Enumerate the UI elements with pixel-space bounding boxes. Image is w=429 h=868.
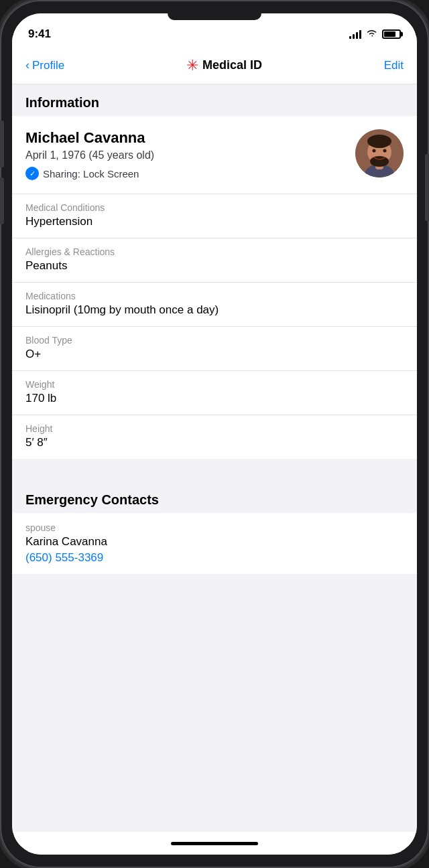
phone-frame: 9:41 bbox=[0, 0, 429, 868]
information-header-text: Information bbox=[25, 95, 99, 110]
medications-value: Lisinopril (10mg by mouth once a day) bbox=[25, 303, 404, 317]
avatar bbox=[355, 129, 404, 177]
nav-title-text: Medical ID bbox=[202, 58, 262, 72]
svg-point-7 bbox=[373, 149, 376, 153]
volume-up-button[interactable] bbox=[0, 121, 4, 167]
emergency-contact-row: spouse Karina Cavanna (650) 555-3369 bbox=[12, 513, 417, 574]
chevron-left-icon: ‹ bbox=[25, 58, 29, 72]
emergency-contacts-header: Emergency Contacts bbox=[12, 483, 417, 513]
weight-row: Weight 170 lb bbox=[12, 371, 417, 415]
edit-button[interactable]: Edit bbox=[384, 59, 404, 72]
nav-bar: ‹ Profile ✳ Medical ID Edit bbox=[12, 47, 417, 84]
svg-point-6 bbox=[370, 156, 389, 167]
scroll-content[interactable]: Information Michael Cavanna April 1, 197… bbox=[12, 84, 417, 832]
contact-relation: spouse bbox=[25, 522, 404, 533]
allergies-value: Peanuts bbox=[25, 259, 404, 273]
height-label: Height bbox=[25, 423, 404, 434]
emergency-contacts-header-text: Emergency Contacts bbox=[25, 492, 159, 507]
profile-card: Michael Cavanna April 1, 1976 (45 years … bbox=[12, 116, 417, 194]
medical-conditions-label: Medical Conditions bbox=[25, 202, 404, 213]
weight-value: 170 lb bbox=[25, 392, 404, 405]
profile-dob: April 1, 1976 (45 years old) bbox=[25, 149, 355, 161]
svg-point-8 bbox=[383, 149, 387, 153]
notch bbox=[168, 13, 261, 20]
signal-icon bbox=[349, 30, 361, 39]
contact-phone[interactable]: (650) 555-3369 bbox=[25, 551, 103, 564]
allergies-label: Allergies & Reactions bbox=[25, 246, 404, 257]
volume-down-button[interactable] bbox=[0, 177, 4, 224]
weight-label: Weight bbox=[25, 379, 404, 390]
home-indicator bbox=[12, 832, 417, 855]
contact-name: Karina Cavanna bbox=[25, 535, 404, 549]
medical-asterisk-icon: ✳ bbox=[186, 57, 198, 74]
sharing-badge: ✓ Sharing: Lock Screen bbox=[25, 167, 355, 180]
wifi-icon bbox=[366, 29, 377, 40]
status-icons bbox=[349, 29, 401, 40]
sharing-check-icon: ✓ bbox=[25, 167, 39, 180]
medical-conditions-value: Hypertension bbox=[25, 215, 404, 228]
height-row: Height 5′ 8″ bbox=[12, 415, 417, 459]
section-gap bbox=[12, 459, 417, 483]
nav-title: ✳ Medical ID bbox=[186, 57, 262, 74]
blood-type-row: Blood Type O+ bbox=[12, 327, 417, 371]
medications-label: Medications bbox=[25, 291, 404, 301]
profile-name: Michael Cavanna bbox=[25, 129, 355, 147]
status-time: 9:41 bbox=[28, 27, 51, 41]
phone-screen: 9:41 bbox=[12, 13, 417, 855]
information-section-header: Information bbox=[12, 84, 417, 116]
blood-type-label: Blood Type bbox=[25, 335, 404, 346]
back-button[interactable]: ‹ Profile bbox=[25, 58, 64, 72]
power-button[interactable] bbox=[425, 154, 429, 221]
back-label: Profile bbox=[32, 59, 64, 72]
sharing-text: Sharing: Lock Screen bbox=[43, 168, 139, 179]
height-value: 5′ 8″ bbox=[25, 436, 404, 449]
blood-type-value: O+ bbox=[25, 348, 404, 361]
medications-row: Medications Lisinopril (10mg by mouth on… bbox=[12, 283, 417, 327]
home-bar bbox=[171, 842, 258, 845]
medical-conditions-row: Medical Conditions Hypertension bbox=[12, 194, 417, 238]
profile-info: Michael Cavanna April 1, 1976 (45 years … bbox=[25, 129, 355, 180]
svg-point-5 bbox=[370, 137, 389, 148]
battery-icon bbox=[382, 29, 401, 39]
allergies-row: Allergies & Reactions Peanuts bbox=[12, 238, 417, 283]
